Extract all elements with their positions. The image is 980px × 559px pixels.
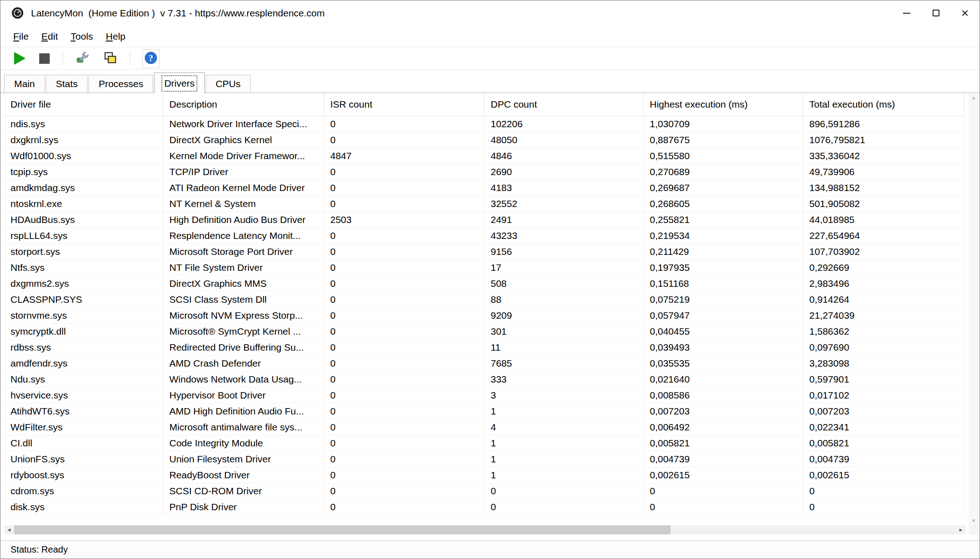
table-cell: 7685 [484, 355, 643, 371]
column-header-highest-execution[interactable]: Highest execution (ms) [643, 93, 803, 116]
maximize-button[interactable] [921, 0, 950, 26]
table-row[interactable]: HDAudBus.sysHigh Definition Audio Bus Dr… [4, 212, 964, 228]
stop-monitor-button[interactable] [38, 52, 51, 65]
options-button[interactable] [75, 50, 91, 67]
minimize-button[interactable] [892, 0, 921, 26]
table-cell: 0,004739 [643, 451, 803, 467]
table-row[interactable]: stornvme.sysMicrosoft NVM Express Storp.… [4, 307, 964, 323]
table-cell: 49,739906 [803, 164, 964, 180]
column-header-total-execution[interactable]: Total execution (ms) [803, 93, 964, 116]
table-row[interactable]: Ntfs.sysNT File System Driver0170,197935… [4, 259, 964, 275]
tab-main[interactable]: Main [4, 75, 45, 93]
tab-label: Processes [98, 78, 143, 89]
table-cell: 17 [484, 259, 643, 275]
table-cell: Microsoft antimalware file sys... [163, 419, 324, 435]
table-cell: Network Driver Interface Speci... [163, 116, 324, 132]
table-cell: Wdf01000.sys [4, 148, 163, 164]
table-row[interactable]: ndis.sysNetwork Driver Interface Speci..… [4, 116, 964, 132]
table-cell: 0 [643, 499, 803, 515]
tab-stats[interactable]: Stats [46, 75, 88, 93]
menu-help[interactable]: Help [99, 29, 132, 44]
table-cell: 0 [324, 499, 484, 515]
table-cell: 2690 [484, 164, 643, 180]
table-cell: Ndu.sys [4, 371, 163, 387]
table-cell: 0,022341 [803, 419, 964, 435]
tab-drivers[interactable]: Drivers [154, 72, 205, 93]
drivers-list: Driver file Description ISR count DPC co… [4, 93, 980, 534]
tab-processes[interactable]: Processes [88, 75, 153, 93]
table-row[interactable]: rdbss.sysRedirected Drive Buffering Su..… [4, 339, 964, 355]
column-header-isr-count[interactable]: ISR count [324, 93, 484, 116]
table-row[interactable]: dxgmms2.sysDirectX Graphics MMS05080,151… [4, 275, 964, 291]
table-cell: disk.sys [4, 499, 163, 515]
menu-tools[interactable]: Tools [64, 29, 99, 44]
table-cell: 0 [324, 291, 484, 307]
table-cell: 9209 [484, 307, 643, 323]
column-header-dpc-count[interactable]: DPC count [484, 93, 643, 116]
table-row[interactable]: symcryptk.dllMicrosoft® SymCrypt Kernel … [4, 323, 964, 339]
table-cell: 0 [803, 499, 964, 515]
menu-edit[interactable]: Edit [35, 29, 64, 44]
table-row[interactable]: Wdf01000.sysKernel Mode Driver Framewor.… [4, 148, 964, 164]
horizontal-scroll-thumb[interactable] [14, 525, 671, 534]
tab-label: CPUs [216, 78, 241, 89]
table-cell: 1,586362 [803, 323, 964, 339]
table-row[interactable]: amdkmdag.sysATI Radeon Kernel Mode Drive… [4, 180, 964, 196]
table-row[interactable]: CI.dllCode Integrity Module010,0058210,0… [4, 435, 964, 451]
start-monitor-button[interactable] [13, 51, 26, 66]
table-cell: 0,057947 [643, 307, 803, 323]
column-header-driver-file[interactable]: Driver file [4, 93, 163, 116]
table-cell: AtihdWT6.sys [4, 403, 163, 419]
table-cell: 227,654964 [803, 228, 964, 243]
toolbar-separator [130, 52, 130, 65]
tab-cpus[interactable]: CPUs [206, 75, 251, 93]
table-cell: 1 [484, 451, 643, 467]
table-row[interactable]: UnionFS.sysUnion Filesystem Driver010,00… [4, 451, 964, 467]
table-cell: 48050 [484, 132, 643, 148]
copy-report-button[interactable] [103, 51, 118, 67]
horizontal-scrollbar[interactable]: ◂ ▸ [4, 525, 966, 534]
table-cell: DirectX Graphics Kernel [163, 132, 324, 148]
table-cell: 501,905082 [803, 196, 964, 212]
table-cell: 0 [484, 499, 643, 515]
table-cell: 0,151168 [643, 275, 803, 291]
table-cell: 0 [324, 419, 484, 435]
table-cell: 88 [484, 291, 643, 307]
window-title: LatencyMon (Home Edition ) v 7.31 - http… [31, 8, 325, 19]
copy-stack-icon [103, 52, 117, 66]
table-row[interactable]: Ndu.sysWindows Network Data Usag...03330… [4, 371, 964, 387]
table-row[interactable]: AtihdWT6.sysAMD High Definition Audio Fu… [4, 403, 964, 419]
table-cell: rdbss.sys [4, 339, 163, 355]
vertical-scrollbar[interactable]: ▴ ▾ [969, 93, 979, 525]
table-cell: Union Filesystem Driver [163, 451, 324, 467]
table-row[interactable]: hvservice.sysHypervisor Boot Driver030,0… [4, 387, 964, 403]
table-row[interactable]: dxgkrnl.sysDirectX Graphics Kernel048050… [4, 132, 964, 148]
table-row[interactable]: CLASSPNP.SYSSCSI Class System Dll0880,07… [4, 291, 964, 307]
table-row[interactable]: amdfendr.sysAMD Crash Defender076850,035… [4, 355, 964, 371]
table-cell: Kernel Mode Driver Framewor... [163, 148, 324, 164]
table-row[interactable]: cdrom.sysSCSI CD-ROM Driver0000 [4, 483, 964, 499]
column-header-description[interactable]: Description [163, 93, 324, 116]
play-icon [14, 52, 26, 65]
table-cell: symcryptk.dll [4, 323, 163, 339]
table-cell: 0 [324, 403, 484, 419]
help-button[interactable]: ? [142, 49, 160, 68]
table-row[interactable]: tcpip.sysTCP/IP Driver026900,27068949,73… [4, 164, 964, 180]
close-button[interactable]: × [950, 0, 980, 26]
table-cell: 0,040455 [643, 323, 803, 339]
table-cell: UnionFS.sys [4, 451, 163, 467]
table-cell: dxgkrnl.sys [4, 132, 163, 148]
table-cell: 0 [324, 275, 484, 291]
menu-file[interactable]: File [7, 29, 35, 44]
table-row[interactable]: rspLLL64.sysResplendence Latency Monit..… [4, 228, 964, 243]
table-row[interactable]: ntoskrnl.exeNT Kernel & System0325520,26… [4, 196, 964, 212]
table-row[interactable]: disk.sysPnP Disk Driver0000 [4, 499, 964, 515]
table-row[interactable]: storport.sysMicrosoft Storage Port Drive… [4, 243, 964, 259]
table-cell: CLASSPNP.SYS [4, 291, 163, 307]
table-cell: Redirected Drive Buffering Su... [163, 339, 324, 355]
table-row[interactable]: rdyboost.sysReadyBoost Driver010,0026150… [4, 467, 964, 483]
table-row[interactable]: WdFilter.sysMicrosoft antimalware file s… [4, 419, 964, 435]
table-cell: 0 [803, 483, 964, 499]
table-cell: storport.sys [4, 243, 163, 259]
table-cell: amdkmdag.sys [4, 180, 163, 196]
